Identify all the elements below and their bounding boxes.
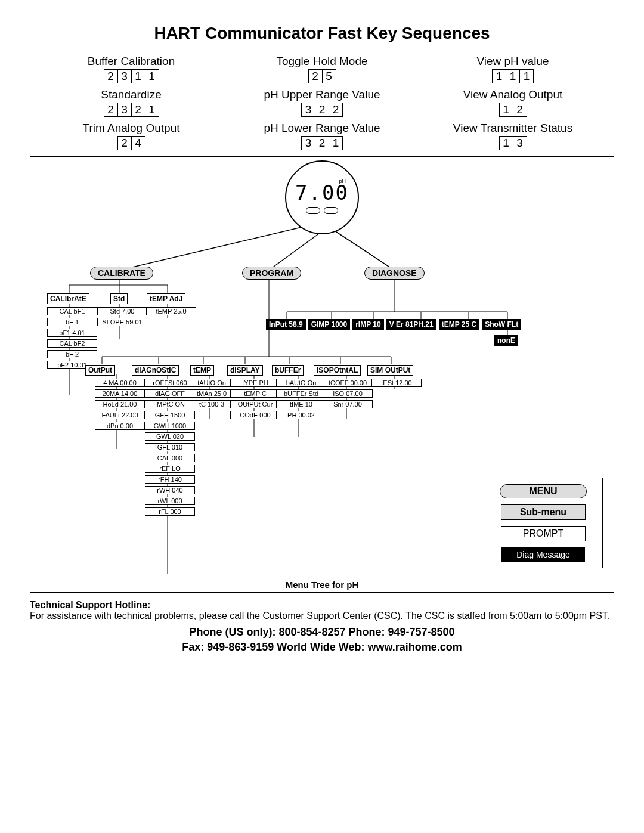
menu-diagnose: DIAGNOSE	[364, 267, 425, 280]
prompt-box: PH 00.02	[276, 411, 326, 419]
key-digit: 2	[315, 103, 329, 116]
sub-display: dISPLAY	[227, 365, 263, 376]
fastkey-label: Toggle Hold Mode	[233, 55, 411, 68]
diag-message-none: nonE	[494, 335, 518, 346]
sub-std: Std	[110, 293, 128, 304]
diagram-caption: Menu Tree for pH	[286, 580, 359, 590]
prompt-box: bF1 4.01	[47, 329, 97, 337]
fastkey-item: Buffer Calibration2311	[42, 55, 221, 83]
fastkey-item: View Transmitter Status13	[423, 122, 602, 150]
menu-program: PROGRAM	[242, 267, 301, 280]
key-digit: 2	[513, 103, 527, 116]
diagnose-sub: InPut 58.9	[266, 319, 306, 330]
prompt-box: SLOPE 59.01	[97, 318, 147, 326]
prompt-box: COdE 000	[230, 411, 280, 419]
hotline-label: Technical Support Hotline:	[30, 600, 614, 611]
key-digit: 1	[145, 70, 159, 83]
prompt-box: Std 7.00	[97, 307, 147, 315]
sub-calibrate: CALIbrAtE	[47, 293, 89, 304]
key-digit: 4	[132, 137, 145, 150]
prompt-box: GFL 010	[145, 443, 195, 451]
diagnose-sub: V Er 81PH.21	[386, 319, 436, 330]
prompt-box: rFH 140	[145, 475, 195, 484]
key-digit: 3	[118, 70, 132, 83]
prompt-box: 20MA 14.00	[95, 389, 145, 398]
key-digit: 2	[329, 103, 342, 116]
diagnose-sub: ShoW FLt	[482, 319, 521, 330]
key-digit: 2	[104, 103, 118, 116]
key-digit: 1	[329, 137, 342, 150]
prompt-box: rWH 040	[145, 486, 195, 494]
key-digit: 1	[132, 70, 145, 83]
diagnose-sub: GIMP 1000	[308, 319, 350, 330]
key-digit: 2	[309, 70, 323, 83]
fastkey-item: Trim Analog Output24	[42, 122, 221, 150]
prompt-box: GWL 020	[145, 432, 195, 441]
prompt-box: GWH 1000	[145, 422, 195, 430]
footer: Technical Support Hotline: For assistanc…	[30, 600, 614, 655]
prompt-box: bAUtO On	[276, 379, 326, 387]
key-digit: 1	[500, 103, 513, 116]
key-sequence: 24	[117, 136, 145, 150]
legend-box: MENU Sub-menu PROMPT Diag Message	[484, 478, 603, 568]
key-digit: 2	[104, 70, 118, 83]
key-digit: 2	[118, 137, 132, 150]
prompt-box: tCOEF 00.00	[323, 379, 373, 387]
prompt-box: CAL bF2	[47, 339, 97, 348]
prompt-box: 4 MA 00.00	[95, 379, 145, 387]
prompt-box: tAUtO On	[187, 379, 237, 387]
key-sequence: 12	[499, 103, 527, 117]
lcd-display: 7.00 pH	[285, 160, 359, 234]
prompt-box: OUtPUt Cur	[230, 400, 280, 408]
prompt-box: bF 2	[47, 350, 97, 358]
key-digit: 1	[493, 70, 506, 83]
key-sequence: 2311	[104, 69, 159, 83]
diagnose-sub: tEMP 25 C	[439, 319, 479, 330]
display-value: 7.00	[295, 181, 349, 205]
fastkey-label: Trim Analog Output	[42, 122, 221, 135]
hotline-text: For assistance with technical problems, …	[30, 611, 614, 621]
buffer-prompts: bAUtO OnbUFFEr StdtIME 10PH 00.02	[276, 379, 326, 419]
prompt-box: tEMP 25.0	[146, 307, 196, 315]
prompt-box: dPn 0.00	[95, 422, 145, 430]
contact-line-1: Phone (US only): 800-854-8257 Phone: 949…	[30, 625, 614, 640]
fastkey-label: View pH value	[423, 55, 602, 68]
key-sequence: 2321	[104, 103, 159, 117]
fastkey-label: pH Lower Range Value	[233, 122, 411, 135]
std-prompts: Std 7.00SLOPE 59.01	[97, 307, 147, 326]
fastkey-item: Toggle Hold Mode25	[233, 55, 411, 83]
sim-prompts: tESt 12.00	[371, 379, 422, 387]
prompt-box: CAL bF1	[47, 307, 97, 315]
key-digit: 3	[302, 103, 315, 116]
prompt-box: tEMP C	[230, 389, 280, 398]
legend-prompt: PROMPT	[501, 526, 586, 541]
prompt-box: tYPE PH	[230, 379, 280, 387]
fastkey-item: pH Lower Range Value321	[233, 122, 411, 150]
svg-line-1	[269, 231, 322, 270]
key-digit: 3	[302, 137, 315, 150]
legend-diag: Diag Message	[501, 547, 585, 562]
sub-diagnostic: dIAGnOStIC	[132, 365, 179, 376]
iso-prompts: tCOEF 00.00ISO 07.00Snr 07.00	[323, 379, 373, 408]
prompt-box: Snr 07.00	[323, 400, 373, 408]
key-digit: 3	[118, 103, 132, 116]
key-digit: 1	[145, 103, 159, 116]
sub-iso: ISOPOtntAL	[314, 365, 361, 376]
sub-buffer: bUFFEr	[272, 365, 304, 376]
key-sequence: 321	[301, 136, 343, 150]
prompt-box: rFL 000	[145, 507, 195, 516]
sub-temp: tEMP	[190, 365, 214, 376]
page-title: HART Communicator Fast Key Sequences	[30, 24, 614, 43]
prompt-box: tESt 12.00	[371, 379, 422, 387]
key-digit: 2	[315, 137, 329, 150]
prompt-box: tMAn 25.0	[187, 389, 237, 398]
key-digit: 3	[513, 137, 527, 150]
svg-line-0	[120, 222, 322, 270]
fast-key-grid: Buffer Calibration2311Toggle Hold Mode25…	[42, 55, 602, 150]
key-digit: 2	[132, 103, 145, 116]
fastkey-item: Standardize2321	[42, 88, 221, 117]
menu-calibrate: CALIBRATE	[90, 267, 153, 280]
key-digit: 1	[520, 70, 533, 83]
fastkey-label: View Transmitter Status	[423, 122, 602, 135]
fastkey-label: View Analog Output	[423, 88, 602, 101]
